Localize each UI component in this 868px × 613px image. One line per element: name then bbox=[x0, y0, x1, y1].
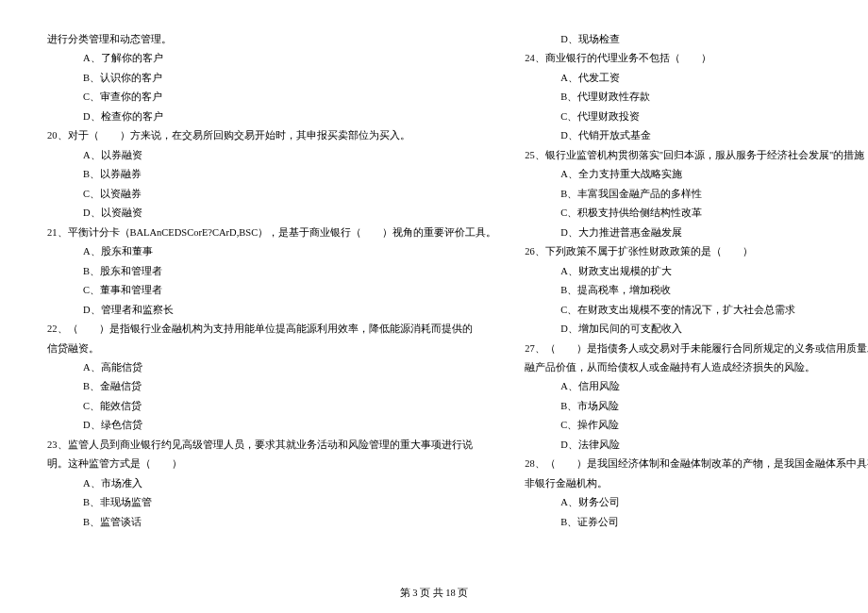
q25-option-c: C、积极支持供给侧结构性改革 bbox=[560, 204, 868, 223]
right-column: D、现场检查 24、商业银行的代理业务不包括（ ） A、代发工资 B、代理财政性… bbox=[525, 30, 868, 532]
q27-stem-line1: 27、（ ）是指债务人或交易对手未能履行合同所规定的义务或信用质量发生变化，影响… bbox=[525, 340, 868, 358]
q28-stem-line1: 28、（ ）是我国经济体制和金融体制改革的产物，是我国金融体系中具有中国特色的一… bbox=[525, 455, 868, 473]
q21-stem: 21、平衡计分卡（BALAnCEDSCorE?CArD,BSC），是基于商业银行… bbox=[47, 224, 496, 242]
q23-option-a: A、市场准入 bbox=[83, 474, 496, 493]
q23-option-b: B、非现场监管 bbox=[83, 493, 496, 512]
q24-option-d: D、代销开放式基金 bbox=[560, 126, 868, 145]
q22-option-b: B、金融信贷 bbox=[83, 377, 496, 396]
q20-option-b: B、以券融券 bbox=[83, 165, 496, 184]
q22-option-a: A、高能信贷 bbox=[83, 358, 496, 377]
q27-stem-line2: 融产品价值，从而给债权人或金融持有人造成经济损失的风险。 bbox=[525, 358, 868, 377]
q20-option-c: C、以资融券 bbox=[83, 185, 496, 204]
q20-option-a: A、以券融资 bbox=[83, 146, 496, 165]
q26-option-c: C、在财政支出规模不变的情况下，扩大社会总需求 bbox=[560, 301, 868, 320]
q24-option-c: C、代理财政投资 bbox=[560, 108, 868, 126]
q27-option-c: C、操作风险 bbox=[560, 416, 868, 435]
q28-option-b: B、证券公司 bbox=[560, 513, 868, 532]
q22-stem-line1: 22、（ ）是指银行业金融机构为支持用能单位提高能源利用效率，降低能源消耗而提供… bbox=[47, 320, 496, 339]
q23-stem-line2: 明。这种监管方式是（ ） bbox=[47, 455, 496, 473]
q19-option-b: B、认识你的客户 bbox=[83, 69, 496, 88]
q19-continuation: 进行分类管理和动态管理。 bbox=[47, 30, 496, 49]
q25-option-a: A、全力支持重大战略实施 bbox=[560, 165, 868, 184]
q25-option-b: B、丰富我国金融产品的多样性 bbox=[560, 185, 868, 204]
q22-option-c: C、能效信贷 bbox=[83, 397, 496, 416]
page-footer: 第 3 页 共 18 页 bbox=[0, 587, 868, 600]
q23-option-d: D、现场检查 bbox=[560, 30, 868, 49]
q21-option-d: D、管理者和监察长 bbox=[83, 301, 496, 320]
q20-stem: 20、对于（ ）方来说，在交易所回购交易开始时，其申报买卖部位为买入。 bbox=[47, 126, 496, 145]
q26-option-b: B、提高税率，增加税收 bbox=[560, 281, 868, 300]
q27-option-b: B、市场风险 bbox=[560, 397, 868, 416]
q19-option-a: A、了解你的客户 bbox=[83, 49, 496, 68]
q26-option-a: A、财政支出规模的扩大 bbox=[560, 262, 868, 281]
q19-option-c: C、审查你的客户 bbox=[83, 88, 496, 107]
q21-option-b: B、股东和管理者 bbox=[83, 262, 496, 281]
q24-option-b: B、代理财政性存款 bbox=[560, 88, 868, 107]
q23-option-c: B、监管谈话 bbox=[83, 513, 496, 532]
left-column: 进行分类管理和动态管理。 A、了解你的客户 B、认识你的客户 C、审查你的客户 … bbox=[47, 30, 496, 532]
q24-stem: 24、商业银行的代理业务不包括（ ） bbox=[525, 49, 868, 68]
q22-stem-line2: 信贷融资。 bbox=[47, 340, 496, 358]
q27-option-a: A、信用风险 bbox=[560, 377, 868, 396]
q28-option-a: A、财务公司 bbox=[560, 493, 868, 512]
q26-stem: 26、下列政策不属于扩张性财政政策的是（ ） bbox=[525, 242, 868, 261]
q20-option-d: D、以资融资 bbox=[83, 204, 496, 223]
q26-option-d: D、增加民间的可支配收入 bbox=[560, 320, 868, 339]
q28-stem-line2: 非银行金融机构。 bbox=[525, 474, 868, 493]
q19-option-d: D、检查你的客户 bbox=[83, 108, 496, 126]
q25-stem: 25、银行业监管机构贯彻落实"回归本源，服从服务于经济社会发展"的措施，不包括（… bbox=[525, 146, 868, 165]
q21-option-a: A、股东和董事 bbox=[83, 242, 496, 261]
q25-option-d: D、大力推进普惠金融发展 bbox=[560, 224, 868, 242]
q24-option-a: A、代发工资 bbox=[560, 69, 868, 88]
q21-option-c: C、董事和管理者 bbox=[83, 281, 496, 300]
q23-stem-line1: 23、监管人员到商业银行约见高级管理人员，要求其就业务活动和风险管理的重大事项进… bbox=[47, 436, 496, 455]
q27-option-d: D、法律风险 bbox=[560, 436, 868, 455]
q22-option-d: D、绿色信贷 bbox=[83, 416, 496, 435]
